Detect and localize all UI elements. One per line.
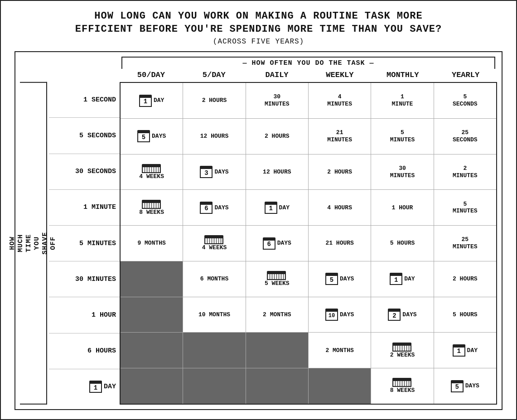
cal-icon-6days: 6 <box>200 202 213 214</box>
cell-5min-weekly: 21 Hours <box>309 226 371 261</box>
col-header-50day: 50/Day <box>120 69 183 81</box>
data-row-1min: 8 Weeks 6 Days <box>121 190 496 226</box>
cell-30min-50day <box>121 261 183 297</box>
cal-icon-5days: 5 <box>137 130 150 142</box>
how-much-label: HOWMUCHTIMEYOUSHAVEOFF <box>20 82 47 405</box>
cell-1sec-50day: 1 Day <box>121 83 183 118</box>
cell-1min-yearly: 5Minutes <box>434 190 496 225</box>
row-label-1day: 1 Day <box>49 369 120 405</box>
col-header-5day: 5/Day <box>183 69 246 81</box>
data-row-1sec: 1 Day 2 Hours 30Minutes 4Minutes <box>121 83 496 119</box>
cell-30sec-yearly: 2Minutes <box>434 154 496 190</box>
cell-30min-5day: 6 Months <box>183 261 246 297</box>
row-label-1sec: 1 Second <box>49 82 120 118</box>
cell-1day-weekly <box>309 368 371 404</box>
cell-6hr-yearly: 1 Day <box>434 333 496 368</box>
data-grid: 1 Day 2 Hours 30Minutes 4Minutes <box>120 82 497 405</box>
cell-30sec-weekly: 2 Hours <box>309 154 371 190</box>
bar-icon-2weeks <box>392 343 411 352</box>
bar-icon-4weeks-v2 <box>204 235 223 244</box>
cell-5sec-daily: 2 Hours <box>246 119 309 154</box>
row-label-30sec: 30 Seconds <box>49 154 120 190</box>
cell-1sec-monthly: 1Minute <box>371 83 434 118</box>
cell-6hr-daily <box>246 333 309 368</box>
cell-1min-monthly: 1 Hour <box>371 190 434 225</box>
col-header-daily: Daily <box>246 69 309 81</box>
row-label-5min: 5 Minutes <box>49 226 120 261</box>
cell-1hr-weekly: 10 Days <box>309 297 371 333</box>
cell-5sec-monthly: 5Minutes <box>371 119 434 154</box>
cell-30min-weekly: 5 Days <box>309 261 371 297</box>
cell-1min-5day: 6 Days <box>183 190 246 225</box>
cell-6hr-weekly: 2 Months <box>309 333 371 368</box>
cell-5sec-50day: 5 Days <box>121 119 183 154</box>
col-header-monthly: Monthly <box>371 69 434 81</box>
cell-6hr-monthly: 2 Weeks <box>371 333 434 368</box>
row-label-1min: 1 Minute <box>49 190 120 226</box>
cell-1day-50day <box>121 368 183 404</box>
row-label-1hr: 1 Hour <box>49 297 120 333</box>
cell-1sec-daily: 30Minutes <box>246 83 309 118</box>
grid-area: HOWMUCHTIMEYOUSHAVEOFF 1 Second 5 Second… <box>20 82 497 405</box>
row-label-6hr: 6 Hours <box>49 333 120 369</box>
cell-1hr-monthly: 2 Days <box>371 297 434 333</box>
cell-1hr-5day: 10 Months <box>183 297 246 333</box>
cell-1day-yearly: 5 Days <box>434 368 496 404</box>
cell-5min-daily: 6 Days <box>246 226 309 261</box>
cal-icon-1day-v2: 1 <box>265 202 277 214</box>
chart-inner: — How Often You Do the Task — 50/Day 5/D… <box>20 57 497 405</box>
cell-30min-monthly: 1 Day <box>371 261 434 297</box>
row-label-30min: 30 Minutes <box>49 261 120 297</box>
col-header-yearly: Yearly <box>434 69 497 81</box>
cell-30min-daily: 5 Weeks <box>246 261 309 297</box>
cal-icon-3days: 3 <box>200 166 213 178</box>
cell-1min-weekly: 4 Hours <box>309 190 371 225</box>
cell-1sec-5day: 2 Hours <box>183 83 246 118</box>
cell-1hr-50day <box>121 297 183 333</box>
cell-1day-daily <box>246 368 309 404</box>
cell-5min-monthly: 5 Hours <box>371 226 434 261</box>
cell-30sec-monthly: 30Minutes <box>371 154 434 190</box>
cell-1sec-yearly: 5Seconds <box>434 83 496 118</box>
sub-title: (Across Five Years) <box>213 38 304 46</box>
row-label-5sec: 5 Seconds <box>49 118 120 154</box>
cell-5sec-weekly: 21Minutes <box>309 119 371 154</box>
cell-5sec-5day: 12 Hours <box>183 119 246 154</box>
header-section: — How Often You Do the Task — 50/Day 5/D… <box>20 57 497 81</box>
cell-5min-5day: 4 Weeks <box>183 226 246 261</box>
row-labels: 1 Second 5 Seconds 30 Seconds 1 Minute 5… <box>49 82 120 405</box>
cell-6hr-50day <box>121 333 183 368</box>
cal-icon-1day-v3: 1 <box>390 273 402 285</box>
chart-outer: — How Often You Do the Task — 50/Day 5/D… <box>14 51 503 410</box>
cell-1hr-yearly: 5 Hours <box>434 297 496 333</box>
cal-icon-5days: 5 <box>325 273 338 285</box>
bar-icon-8weeks-v2 <box>392 378 411 387</box>
cal-icon-10days: 10 <box>325 309 338 321</box>
cal-body: 1 <box>89 384 102 393</box>
data-row-1day: 8 Weeks 5 Days <box>121 368 496 404</box>
cell-5sec-yearly: 25Seconds <box>434 119 496 154</box>
main-title: HOW LONG CAN YOU WORK ON MAKING A ROUTIN… <box>75 10 442 36</box>
bar-icon-5weeks <box>267 271 286 280</box>
cal-top <box>89 381 102 384</box>
cell-5min-50day: 9 Months <box>121 226 183 261</box>
cal-icon-2days: 2 <box>388 309 401 321</box>
col-headers: 50/Day 5/Day Daily Weekly Monthly Yearly <box>120 69 497 81</box>
data-row-6hr: 2 Months 2 Weeks <box>121 333 496 368</box>
cell-1day-5day <box>183 368 246 404</box>
frequency-header: — How Often You Do the Task — 50/Day 5/D… <box>120 57 497 81</box>
bar-icon-4weeks <box>142 164 161 173</box>
cell-1min-50day: 8 Weeks <box>121 190 183 225</box>
bar-icon-8weeks <box>142 200 161 209</box>
cell-30sec-50day: 4 Weeks <box>121 154 183 190</box>
cell-30sec-5day: 3 Days <box>183 154 246 190</box>
cal-icon-5days-v2: 5 <box>451 380 464 392</box>
cell-1min-daily: 1 Day <box>246 190 309 225</box>
cal-icon-1day-v4: 1 <box>453 344 465 357</box>
cell-30min-yearly: 2 Hours <box>434 261 496 297</box>
cal-icon-6days-v2: 6 <box>263 237 275 250</box>
data-row-30min: 6 Months 5 Weeks <box>121 261 496 297</box>
how-often-label: — How Often You Do the Task — <box>121 57 495 69</box>
cal-icon-1day: 1 <box>139 95 152 107</box>
col-header-weekly: Weekly <box>308 69 371 81</box>
